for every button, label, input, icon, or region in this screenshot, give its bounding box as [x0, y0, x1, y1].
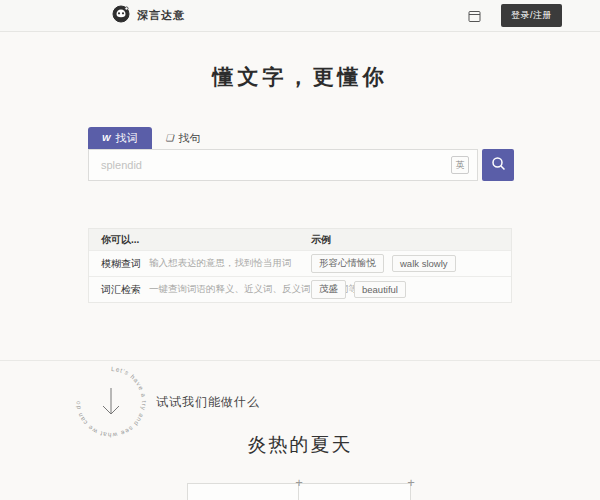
search-input[interactable]	[89, 159, 451, 171]
demo-title: 炎热的夏天	[0, 432, 600, 458]
search-bar: 英	[88, 149, 514, 181]
tab-find-word[interactable]: W 找词	[88, 127, 152, 149]
feature-desc: 输入想表达的意思，找到恰当用词	[149, 257, 292, 270]
brand-name: 深言达意	[137, 8, 185, 23]
table-row: 词汇检索 一键查询词语的释义、近义词、反义词、联想词等 茂盛 beautiful	[89, 276, 511, 302]
arrow-down-icon	[103, 388, 119, 414]
feature-term: 模糊查词	[101, 257, 141, 271]
find-word-icon: W	[102, 134, 111, 143]
try-circle-badge: Let's have a try and see what we can do	[72, 363, 150, 441]
find-sentence-icon: ❏	[166, 134, 174, 143]
app-window-icon[interactable]	[468, 9, 481, 22]
examples-table-header: 你可以... 示例	[89, 229, 511, 250]
example-chip[interactable]: 茂盛	[311, 280, 346, 299]
search-input-wrap: 英	[88, 149, 478, 181]
column-header-examples: 示例	[311, 233, 511, 247]
search-icon	[491, 156, 506, 174]
tab-find-sentence-label: 找句	[179, 131, 201, 146]
brand-logo-icon	[112, 5, 130, 27]
example-chip[interactable]: beautiful	[354, 281, 406, 298]
login-register-button[interactable]: 登录/注册	[501, 4, 562, 27]
example-chip[interactable]: walk slowly	[392, 255, 456, 272]
example-chip[interactable]: 形容心情愉悦	[311, 254, 384, 273]
column-header-you-can: 你可以...	[89, 233, 311, 247]
tab-find-sentence[interactable]: ❏ 找句	[152, 127, 215, 149]
demo-card[interactable]	[299, 483, 411, 500]
header: 深言达意 登录/注册	[0, 0, 600, 32]
table-row: 模糊查词 输入想表达的意思，找到恰当用词 形容心情愉悦 walk slowly	[89, 250, 511, 276]
demo-card[interactable]	[187, 483, 299, 500]
hero-title: 懂文字，更懂你	[0, 63, 600, 91]
language-toggle-icon[interactable]: 英	[451, 156, 469, 174]
try-label: 试试我们能做什么	[156, 394, 260, 411]
section-divider	[0, 360, 600, 361]
search-button[interactable]	[482, 149, 514, 181]
search-tabs: W 找词 ❏ 找句	[88, 127, 215, 149]
examples-table: 你可以... 示例 模糊查词 输入想表达的意思，找到恰当用词 形容心情愉悦 wa…	[88, 228, 512, 303]
brand-home-link[interactable]: 深言达意	[112, 5, 185, 27]
tab-find-word-label: 找词	[116, 131, 138, 146]
feature-term: 词汇检索	[101, 283, 141, 297]
